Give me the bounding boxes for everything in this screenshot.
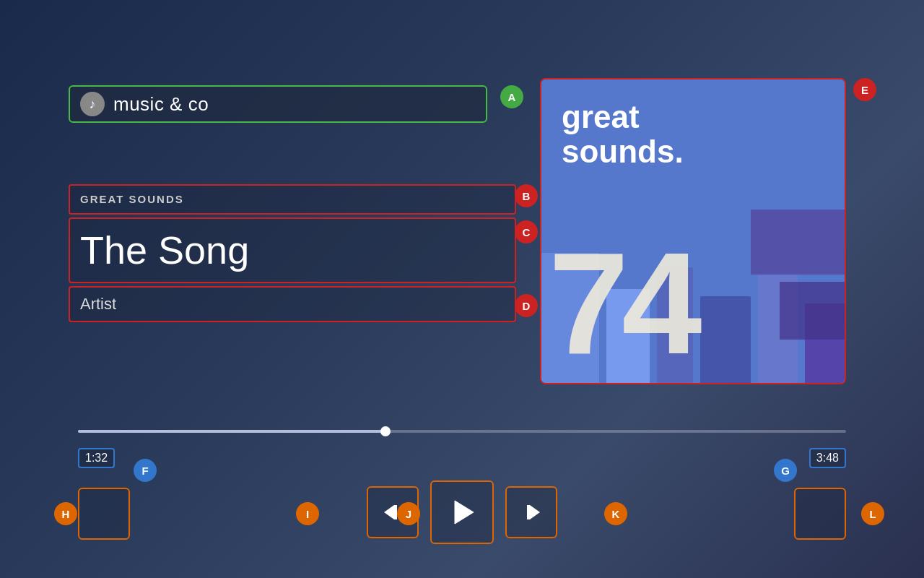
controls-area (0, 480, 924, 544)
song-title-field: The Song (69, 217, 516, 283)
play-button[interactable] (430, 480, 494, 544)
search-area: ♪ music & co (69, 85, 487, 123)
svg-marker-12 (530, 505, 540, 519)
svg-marker-11 (455, 501, 474, 524)
badge-h: H (54, 502, 77, 525)
svg-rect-7 (751, 210, 846, 275)
album-art-inner: great sounds. 74 (541, 79, 845, 383)
badge-g: G (774, 459, 797, 482)
album-art-text: great sounds. (562, 100, 684, 170)
badge-e: E (853, 78, 876, 101)
badge-j: J (397, 502, 420, 525)
progress-area (78, 430, 846, 433)
artist-name: Artist (80, 295, 116, 313)
badge-d: D (515, 294, 538, 317)
next-icon (518, 499, 544, 525)
album-art-number: 74 (549, 231, 694, 376)
progress-fill (78, 430, 385, 433)
badge-l: L (861, 502, 884, 525)
progress-track[interactable] (78, 430, 846, 433)
main-content: GREAT SOUNDS The Song Artist (69, 184, 516, 325)
search-input[interactable]: music & co (113, 93, 209, 116)
badge-k: K (604, 502, 627, 525)
song-title: The Song (70, 219, 515, 282)
music-icon: ♪ (80, 92, 105, 116)
play-icon (446, 496, 478, 528)
album-label-field: GREAT SOUNDS (69, 184, 516, 215)
search-box[interactable]: ♪ music & co (69, 85, 487, 123)
badge-a: A (500, 85, 523, 108)
album-art: great sounds. 74 (540, 78, 846, 384)
svg-marker-9 (384, 505, 394, 519)
time-end: 3:48 (809, 448, 846, 468)
svg-rect-8 (780, 282, 846, 340)
artist-field: Artist (69, 286, 516, 322)
badge-f: F (134, 459, 157, 482)
svg-rect-13 (527, 505, 530, 519)
badge-c: C (515, 220, 538, 243)
time-start: 1:32 (78, 448, 115, 468)
progress-thumb[interactable] (380, 426, 391, 436)
album-label: GREAT SOUNDS (80, 193, 184, 205)
badge-i: I (296, 502, 319, 525)
svg-rect-4 (700, 296, 751, 384)
next-button[interactable] (505, 486, 557, 538)
badge-b: B (515, 184, 538, 207)
